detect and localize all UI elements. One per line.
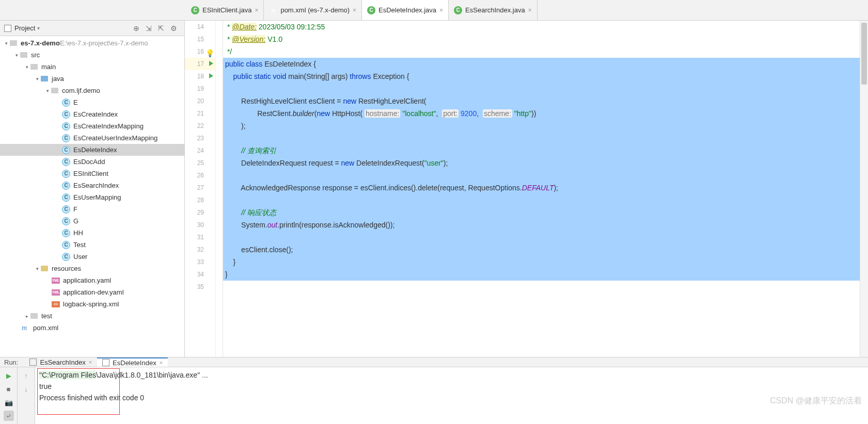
tab-esdeleteindex[interactable]: C EsDeleteIndex.java × [362, 0, 449, 20]
line-number: 14 [185, 21, 215, 33]
code-editor[interactable]: 14 15 16💡 17 18 19 20 21 22 23 24 25 26 … [185, 21, 868, 357]
chevron-down-icon[interactable]: ▾ [13, 53, 20, 58]
tree-label: logback-spring.xml [63, 300, 119, 308]
line-number: 28 [185, 194, 215, 206]
tree-class-escreateindexmapping[interactable]: CEsCreateIndexMapping [0, 120, 184, 132]
tree-label: G [73, 217, 78, 225]
src-folder-icon [41, 76, 48, 81]
chevron-down-icon[interactable]: ▾ [3, 41, 9, 46]
tree-class-escreateindex[interactable]: CEsCreateIndex [0, 108, 184, 120]
select-opened-icon[interactable]: ⊕ [133, 24, 139, 32]
line-number: 33 [185, 256, 215, 268]
chevron-down-icon[interactable]: ▾ [44, 88, 51, 93]
gear-icon[interactable]: ⚙ [170, 24, 177, 32]
tab-esinitclient[interactable]: C ESInitClient.java × [186, 0, 264, 20]
fold-column[interactable] [216, 21, 223, 357]
tree-label: com.ljf.demo [62, 87, 100, 94]
tree-java[interactable]: ▾ java [0, 73, 184, 85]
project-icon [4, 25, 11, 32]
close-icon[interactable]: × [160, 360, 163, 366]
soft-wrap-icon[interactable]: ⤶ [4, 411, 14, 421]
tree-yaml-dev[interactable]: YMLapplication-dev.yaml [0, 286, 184, 298]
tree-label: E [73, 99, 78, 106]
tree-class-essearchindex[interactable]: CEsSearchIndex [0, 180, 184, 191]
tree-path: E:\es-7.x-project\es-7.x-demo [60, 39, 148, 47]
yaml-icon: YML [52, 278, 60, 284]
tree-pom[interactable]: m pom.xml [0, 322, 184, 334]
scrollbar-thumb[interactable] [861, 23, 867, 85]
up-icon[interactable]: ↑ [21, 370, 31, 381]
tree-package[interactable]: ▾ com.ljf.demo [0, 85, 184, 96]
tree-class-escreateuserindexmapping[interactable]: CEsCreateUserIndexMapping [0, 132, 184, 144]
chevron-down-icon[interactable]: ▾ [34, 76, 40, 81]
collapse-all-icon[interactable]: ⇱ [158, 24, 164, 32]
tree-yaml-app[interactable]: YMLapplication.yaml [0, 274, 184, 286]
tree-class-hh[interactable]: CHH [0, 227, 184, 239]
tab-pom[interactable]: m pom.xml (es-7.x-demo) × [264, 0, 362, 20]
tree-class-g[interactable]: CG [0, 215, 184, 227]
expand-all-icon[interactable]: ⇲ [146, 24, 152, 32]
line-number: 32 [185, 243, 215, 256]
tree-class-test[interactable]: CTest [0, 239, 184, 251]
tree-class-esinitclient[interactable]: CESInitClient [0, 168, 184, 180]
tree-xml-logback[interactable]: <>logback-spring.xml [0, 298, 184, 310]
tree-test[interactable]: ▸ test [0, 310, 184, 322]
down-icon[interactable]: ↓ [21, 384, 31, 394]
chevron-down-icon: ▾ [37, 25, 40, 31]
run-tab-essearchindex[interactable]: EsSearchIndex × [24, 357, 97, 367]
line-number: 22 [185, 120, 215, 132]
close-icon[interactable]: × [528, 7, 532, 14]
vertical-scrollbar[interactable] [860, 21, 868, 357]
tree-src[interactable]: ▾ src [0, 49, 184, 61]
tree-class-esdeleteindex[interactable]: CEsDeleteIndex [0, 144, 184, 156]
close-icon[interactable]: × [89, 359, 92, 365]
tree-class-e[interactable]: CE [0, 96, 184, 108]
tab-essearchindex[interactable]: C EsSearchIndex.java × [449, 0, 538, 20]
class-icon: C [62, 170, 70, 178]
project-title[interactable]: Project ▾ [4, 24, 40, 32]
chevron-down-icon[interactable]: ▾ [34, 266, 40, 271]
console-output[interactable]: "C:\Program Files\Java\jdk1.8.0_181\bin\… [35, 367, 868, 424]
tree-resources[interactable]: ▾ resources [0, 263, 184, 274]
run-tab-esdeleteindex[interactable]: EsDeleteIndex × [97, 357, 168, 367]
stop-icon[interactable]: ■ [4, 384, 14, 394]
tree-label: ESInitClient [73, 170, 108, 177]
tree-label: application-dev.yaml [63, 288, 124, 296]
run-config-icon [29, 358, 37, 366]
class-icon: C [62, 193, 70, 202]
tree-class-user[interactable]: CUser [0, 251, 184, 263]
tab-label: ESInitClient.java [202, 6, 251, 14]
line-number: 20 [185, 95, 215, 107]
run-toolbar-primary: ▶ ■ 📷 ⤶ [0, 367, 18, 424]
chevron-down-icon[interactable]: ▾ [24, 64, 30, 70]
close-icon[interactable]: × [353, 7, 356, 14]
run-tool-window: Run: EsSearchIndex × EsDeleteIndex × ▶ ■… [0, 357, 868, 424]
tree-main[interactable]: ▾ main [0, 61, 184, 73]
tree-root[interactable]: ▾ es-7.x-demo E:\es-7.x-project\es-7.x-d… [0, 37, 184, 49]
rerun-icon[interactable]: ▶ [4, 370, 14, 381]
tree-label: test [41, 312, 52, 320]
resources-folder-icon [41, 266, 48, 271]
tree-class-esdocadd[interactable]: CEsDocAdd [0, 156, 184, 168]
chevron-right-icon[interactable]: ▸ [24, 314, 30, 319]
tree-label: pom.xml [33, 324, 58, 332]
close-icon[interactable]: × [255, 7, 258, 14]
class-icon: C [62, 205, 70, 214]
run-gutter-icon[interactable] [209, 73, 213, 78]
class-icon: C [62, 146, 70, 154]
project-tree[interactable]: ▾ es-7.x-demo E:\es-7.x-project\es-7.x-d… [0, 36, 184, 357]
run-tab-bar: Run: EsSearchIndex × EsDeleteIndex × [0, 357, 868, 367]
tree-class-f[interactable]: CF [0, 203, 184, 215]
line-number: 17 [185, 58, 215, 70]
camera-icon[interactable]: 📷 [4, 397, 14, 407]
tree-class-esusermapping[interactable]: CEsUserMapping [0, 191, 184, 203]
run-gutter-icon[interactable] [209, 61, 213, 66]
java-class-icon: C [454, 6, 462, 14]
folder-icon [30, 64, 38, 70]
close-icon[interactable]: × [439, 7, 443, 14]
code-content[interactable]: * @Date: 2023/05/03 09:12:55 * @Version:… [223, 21, 868, 357]
line-gutter: 14 15 16💡 17 18 19 20 21 22 23 24 25 26 … [185, 21, 216, 357]
tree-label: F [73, 205, 77, 213]
line-number: 26 [185, 169, 215, 182]
tab-label: EsSearchIndex.java [465, 6, 525, 14]
